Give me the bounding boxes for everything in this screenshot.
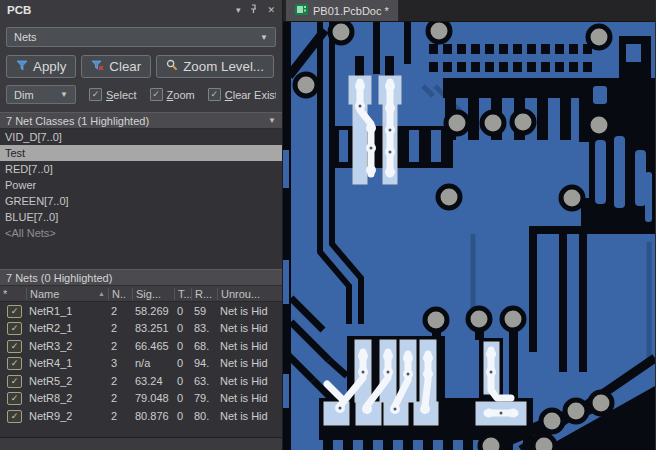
column-header-name[interactable]: Name ▲ <box>26 288 108 300</box>
column-header-r[interactable]: R... <box>191 288 217 300</box>
column-header-t[interactable]: T... <box>174 288 191 300</box>
net-signal: 66.465 <box>132 340 174 352</box>
net-signal: n/a <box>132 357 174 369</box>
net-unrouted: Net is Hid <box>217 322 282 334</box>
table-row[interactable]: ✓ NetR3_2 2 66.465 0 68. Net is Hid <box>0 337 282 355</box>
net-nodes: 2 <box>108 375 132 387</box>
tab-label: PB01.PcbDoc * <box>313 5 389 17</box>
nets-table-empty-area <box>0 425 282 439</box>
net-class-item[interactable]: VID_D[7..0] <box>0 129 282 145</box>
chevron-down-icon: ▼ <box>268 116 276 125</box>
net-class-item[interactable]: RED[7..0] <box>0 161 282 177</box>
net-class-item[interactable]: Power <box>0 177 282 193</box>
net-unrouted: Net is Hid <box>217 357 282 369</box>
net-r: 59 <box>191 305 217 317</box>
clear-existing-checkbox[interactable]: ✓ <box>208 88 221 101</box>
pcb-canvas[interactable] <box>283 22 655 450</box>
dim-mode-value: Dim <box>14 89 34 101</box>
panel-bottom-strip <box>0 438 282 450</box>
net-visible-checkbox[interactable]: ✓ <box>7 392 22 405</box>
dim-mode-dropdown[interactable]: Dim ▼ <box>6 85 76 104</box>
net-unrouted: Net is Hid <box>217 410 282 422</box>
column-header-unrouted[interactable]: Unrou... <box>217 288 282 300</box>
column-header-check[interactable]: * <box>0 288 26 300</box>
net-signal: 80.876 <box>132 410 174 422</box>
pcb-panel: PCB ▾ ✕ Nets ▼ Apply Clear Zoom Level... <box>0 0 283 450</box>
nets-header[interactable]: 7 Nets (0 Highlighted) <box>0 269 282 286</box>
net-r: 80. <box>191 410 217 422</box>
clear-funnel-icon <box>91 59 104 74</box>
chevron-down-icon: ▼ <box>260 33 268 42</box>
net-signal: 79.048 <box>132 392 174 404</box>
pcb-editor: PB01.PcbDoc * <box>283 0 655 450</box>
net-unrouted: Net is Hid <box>217 340 282 352</box>
net-name: NetR3_2 <box>26 340 108 352</box>
net-signal: 58.269 <box>132 305 174 317</box>
zoom-option: ✓ Zoom <box>150 88 195 101</box>
zoom-checkbox[interactable]: ✓ <box>150 88 163 101</box>
net-t: 0 <box>174 392 191 404</box>
panel-header: PCB ▾ ✕ <box>0 0 282 20</box>
net-nodes: 2 <box>108 322 132 334</box>
net-visible-checkbox[interactable]: ✓ <box>7 375 22 388</box>
altium-window: PCB ▾ ✕ Nets ▼ Apply Clear Zoom Level... <box>0 0 656 450</box>
column-header-signal[interactable]: Sig... <box>132 288 174 300</box>
net-class-item[interactable]: GREEN[7..0] <box>0 193 282 209</box>
pcb-document-icon <box>295 4 308 17</box>
table-row[interactable]: ✓ NetR2_1 2 83.251 0 83. Net is Hid <box>0 320 282 338</box>
net-visible-checkbox[interactable]: ✓ <box>7 340 22 353</box>
filter-toolbar: Apply Clear Zoom Level... <box>6 55 276 78</box>
net-signal: 83.251 <box>132 322 174 334</box>
net-nodes: 2 <box>108 305 132 317</box>
net-r: 79. <box>191 392 217 404</box>
nets-table-body: ✓ NetR1_1 2 58.269 0 59 Net is Hid ✓ Net… <box>0 302 282 425</box>
browse-mode-dropdown[interactable]: Nets ▼ <box>6 27 276 47</box>
net-class-item-all-nets[interactable]: <All Nets> <box>0 225 282 241</box>
net-unrouted: Net is Hid <box>217 305 282 317</box>
table-row[interactable]: ✓ NetR1_1 2 58.269 0 59 Net is Hid <box>0 302 282 320</box>
net-unrouted: Net is Hid <box>217 375 282 387</box>
net-name: NetR4_1 <box>26 357 108 369</box>
panel-title: PCB <box>7 4 227 16</box>
column-header-nodes[interactable]: N.. <box>108 288 132 300</box>
panel-close-icon[interactable]: ✕ <box>267 5 275 15</box>
net-name: NetR5_2 <box>26 375 108 387</box>
net-class-item[interactable]: BLUE[7..0] <box>0 209 282 225</box>
net-visible-checkbox[interactable]: ✓ <box>7 410 22 423</box>
clear-existing-option: ✓ Clear Existing <box>208 88 276 101</box>
net-visible-checkbox[interactable]: ✓ <box>7 357 22 370</box>
highlight-options-row: Dim ▼ ✓ Select ✓ Zoom ✓ Clear Existing <box>6 85 276 104</box>
net-t: 0 <box>174 375 191 387</box>
tab-pb01-pcbdoc[interactable]: PB01.PcbDoc * <box>286 0 399 21</box>
clear-button[interactable]: Clear <box>81 55 151 78</box>
net-nodes: 2 <box>108 340 132 352</box>
net-t: 0 <box>174 305 191 317</box>
select-option: ✓ Select <box>89 88 137 101</box>
panel-pin-icon[interactable] <box>249 4 258 16</box>
zoom-level-button[interactable]: Zoom Level... <box>156 55 274 78</box>
net-t: 0 <box>174 340 191 352</box>
table-row[interactable]: ✓ NetR5_2 2 63.24 0 63. Net is Hid <box>0 372 282 390</box>
table-row[interactable]: ✓ NetR9_2 2 80.876 0 80. Net is Hid <box>0 407 282 425</box>
table-row[interactable]: ✓ NetR4_1 3 n/a 0 94. Net is Hid <box>0 355 282 373</box>
apply-button[interactable]: Apply <box>6 55 76 78</box>
pcb-artwork <box>283 22 655 450</box>
browse-mode-value: Nets <box>14 31 37 43</box>
net-t: 0 <box>174 322 191 334</box>
net-nodes: 3 <box>108 357 132 369</box>
net-unrouted: Net is Hid <box>217 392 282 404</box>
net-nodes: 2 <box>108 410 132 422</box>
net-signal: 63.24 <box>132 375 174 387</box>
net-classes-header[interactable]: 7 Net Classes (1 Highlighted) ▼ <box>0 112 282 129</box>
panel-collapse-icon[interactable]: ▾ <box>236 5 241 15</box>
select-checkbox[interactable]: ✓ <box>89 88 102 101</box>
apply-funnel-icon <box>16 59 28 74</box>
net-visible-checkbox[interactable]: ✓ <box>7 322 22 335</box>
table-row[interactable]: ✓ NetR8_2 2 79.048 0 79. Net is Hid <box>0 390 282 408</box>
chevron-down-icon: ▼ <box>60 90 68 99</box>
net-r: 63. <box>191 375 217 387</box>
net-class-item-selected[interactable]: Test <box>0 145 282 161</box>
net-visible-checkbox[interactable]: ✓ <box>7 305 22 318</box>
net-t: 0 <box>174 357 191 369</box>
net-name: NetR8_2 <box>26 392 108 404</box>
